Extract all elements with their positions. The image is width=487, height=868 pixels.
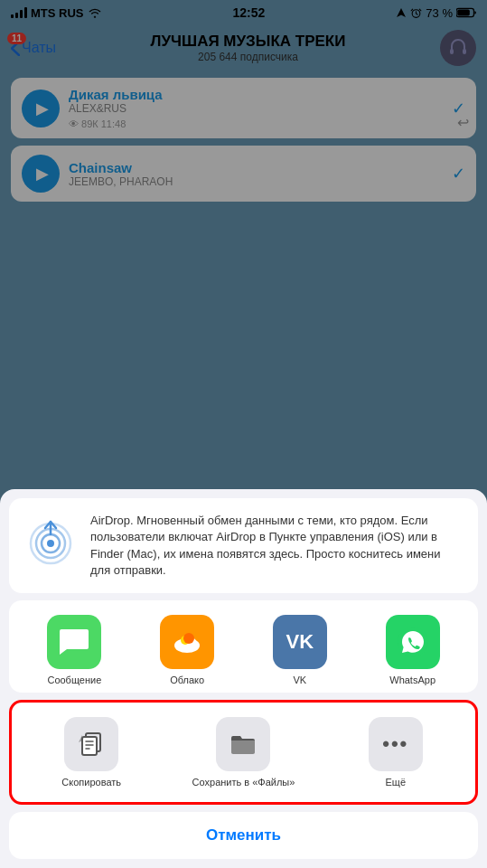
vk-app-icon: VK [273,615,327,669]
copy-icon [77,730,106,759]
airdrop-description: AirDrop. Мгновенный обмен данными с теми… [90,513,464,579]
folder-icon [228,729,258,760]
app-item-whatsapp[interactable]: WhatsApp [381,615,445,685]
cloud-app-icon [160,615,214,669]
share-sheet: AirDrop. Мгновенный обмен данными с теми… [0,489,487,868]
app-item-cloud[interactable]: Облако [155,615,219,685]
action-save-files-label: Сохранить в «Файлы» [192,777,295,788]
app-label-vk: VK [294,675,307,685]
app-label-whatsapp: WhatsApp [389,675,435,685]
action-save-files[interactable]: Сохранить в «Файлы» [192,710,295,795]
vk-label: VK [286,630,314,654]
action-copy[interactable]: Скопировать [51,710,132,795]
save-files-icon-wrap [216,717,270,771]
svg-point-9 [47,540,54,547]
airdrop-section: AirDrop. Мгновенный обмен данными с теми… [9,498,478,593]
copy-icon-wrap [64,717,118,771]
more-icon-wrap: ••• [369,717,423,771]
svg-point-15 [183,633,194,644]
svg-rect-18 [82,737,97,755]
action-copy-label: Скопировать [61,777,121,788]
app-item-messages[interactable]: Сообщение [42,615,106,685]
more-dots-icon: ••• [382,732,408,756]
action-more-label: Ещё [386,777,407,788]
airdrop-rings-icon [23,513,78,567]
whatsapp-app-icon [386,615,440,669]
airdrop-icon [23,513,78,567]
apps-row: Сообщение Облако VK VK [9,600,478,693]
app-label-cloud: Облако [170,675,204,685]
messages-app-icon [47,615,101,669]
app-label-messages: Сообщение [47,675,101,685]
action-more[interactable]: ••• Ещё [355,710,436,795]
app-item-vk[interactable]: VK VK [268,615,332,685]
actions-row: Скопировать Сохранить в «Файлы» ••• Ещё [9,700,478,805]
cancel-button[interactable]: Отменить [9,812,478,859]
